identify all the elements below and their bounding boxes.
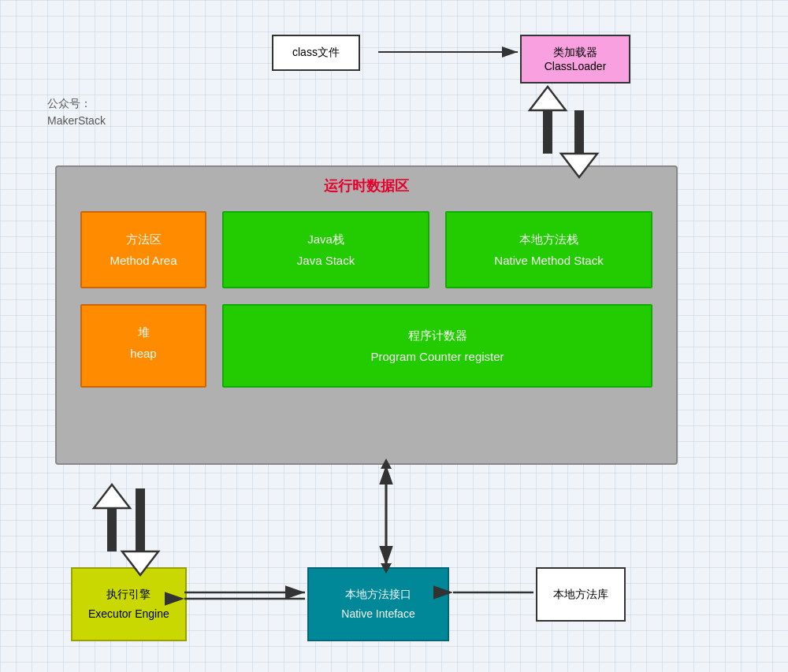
native-interface-cn: 本地方法接口 [325,585,432,604]
pc-box: 程序计数器 Program Counter register [222,304,652,388]
runtime-area: 运行时数据区 方法区 Method Area Java栈 Java Stack … [55,165,678,465]
executor-box: 执行引擎 Executor Engine [71,567,187,641]
java-stack-box: Java栈 Java Stack [222,211,429,288]
java-stack-en: Java Stack [232,250,420,271]
classloader-label-cn: 类加载器 [541,46,610,60]
heap-en: heap [90,343,197,364]
native-interface-en: Native Inteface [325,604,432,624]
native-lib-box: 本地方法库 [536,567,626,622]
method-area-en: Method Area [90,250,197,271]
runtime-title: 运行时数据区 [57,167,676,195]
native-stack-en: Native Method Stack [455,250,643,271]
watermark-line1: 公众号： [47,95,106,112]
class-file-box: class文件 [272,35,360,71]
heap-cn: 堆 [90,321,197,343]
executor-cn: 执行引擎 [88,585,169,604]
method-area-box: 方法区 Method Area [80,211,206,288]
runtime-row-1: 方法区 Method Area Java栈 Java Stack 本地方法栈 N… [80,211,652,288]
runtime-row-2: 堆 heap 程序计数器 Program Counter register [80,304,652,388]
heap-box: 堆 heap [80,304,206,388]
java-stack-cn: Java栈 [232,228,420,250]
watermark: 公众号： MakerStack [47,95,106,130]
executor-en: Executor Engine [88,604,169,624]
executor-arrow-up-head [94,485,130,508]
native-interface-box: 本地方法接口 Native Inteface [307,567,449,641]
arrow-up-head [530,87,566,110]
pc-cn: 程序计数器 [232,325,643,346]
native-stack-cn: 本地方法栈 [455,228,643,250]
pc-en: Program Counter register [232,346,643,367]
watermark-line2: MakerStack [47,112,106,129]
native-stack-box: 本地方法栈 Native Method Stack [445,211,652,288]
native-lib-label: 本地方法库 [553,585,608,604]
classloader-box: 类加载器 ClassLoader [520,35,630,84]
method-area-cn: 方法区 [90,228,197,250]
class-file-label: class文件 [292,46,340,58]
classloader-label-en: ClassLoader [541,60,610,72]
